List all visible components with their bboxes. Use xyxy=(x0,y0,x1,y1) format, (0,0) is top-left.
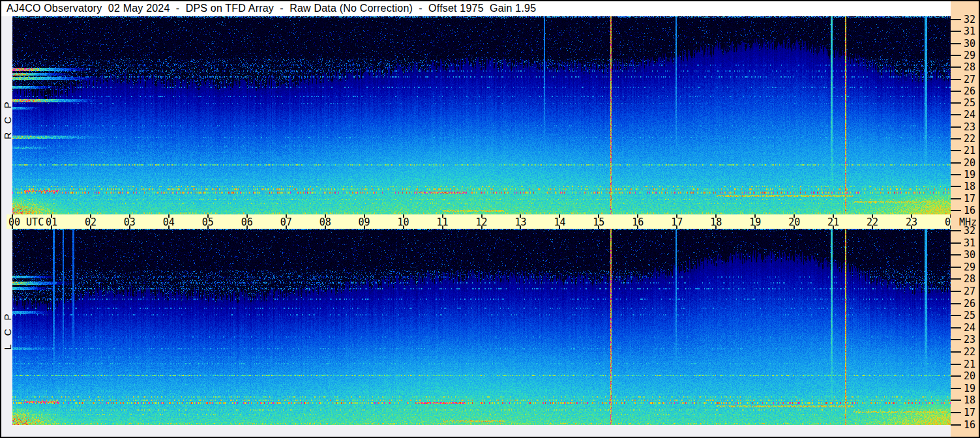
freq-tick xyxy=(951,19,961,20)
hour-label: 02 xyxy=(85,216,97,228)
freq-label: 30 xyxy=(964,249,975,261)
freq-tick xyxy=(951,174,961,175)
freq-label: 32 xyxy=(964,225,975,237)
freq-tick xyxy=(951,102,961,104)
freq-tick xyxy=(951,79,961,80)
freq-tick xyxy=(951,114,961,115)
freq-label: 30 xyxy=(964,38,975,50)
freq-tick xyxy=(951,351,961,353)
freq-label: 28 xyxy=(964,273,975,285)
hour-label: 04 xyxy=(163,216,175,228)
freq-tick xyxy=(951,400,961,401)
freq-label: 19 xyxy=(964,169,975,181)
hour-label: 10 xyxy=(398,216,409,228)
hour-label: 08 xyxy=(319,216,331,228)
freq-tick xyxy=(951,327,961,328)
freq-tick xyxy=(951,375,961,377)
hour-label: 19 xyxy=(749,216,761,228)
freq-label: 19 xyxy=(964,383,975,394)
freq-tick xyxy=(951,126,961,128)
hour-label: 06 xyxy=(241,216,253,228)
freq-label: 25 xyxy=(964,97,975,109)
freq-tick xyxy=(951,424,961,426)
freq-label: 17 xyxy=(964,193,975,205)
freq-tick xyxy=(951,198,961,199)
freq-label: 26 xyxy=(964,85,975,97)
hour-label: 21 xyxy=(827,216,839,228)
freq-tick xyxy=(951,43,961,44)
freq-tick xyxy=(951,364,961,365)
freq-label: 21 xyxy=(964,358,975,370)
freq-label: 18 xyxy=(964,394,975,406)
freq-tick xyxy=(951,66,961,68)
lcp-spectrogram xyxy=(12,229,951,425)
freq-label: 31 xyxy=(964,237,975,249)
bottom-margin xyxy=(1,425,951,437)
hour-label: 09 xyxy=(359,216,370,228)
rcp-polarization-label: RCP xyxy=(2,78,13,156)
hour-label: 14 xyxy=(554,216,565,228)
freq-tick xyxy=(951,162,961,164)
hour-label: 22 xyxy=(867,216,878,228)
freq-tick xyxy=(951,339,961,340)
freq-label: 22 xyxy=(964,346,975,358)
freq-tick xyxy=(951,91,961,92)
freq-tick xyxy=(951,291,961,292)
freq-tick xyxy=(951,412,961,413)
frequency-scale: MHz 323130292827262524232221201918171632… xyxy=(951,1,979,437)
freq-tick xyxy=(951,242,961,244)
time-axis: 00 UTC0102030405060708091011121314151617… xyxy=(7,214,951,229)
title-bar: AJ4CO Observatory 02 May 2024 - DPS on T… xyxy=(1,1,951,16)
freq-label: 17 xyxy=(964,407,975,418)
hour-label: 05 xyxy=(202,216,214,228)
rcp-spectrogram xyxy=(12,16,951,214)
freq-label: 29 xyxy=(964,50,975,61)
hour-label: 00 UTC xyxy=(8,216,44,228)
freq-tick xyxy=(951,230,961,231)
freq-tick xyxy=(951,303,961,304)
freq-label: 27 xyxy=(964,74,975,85)
freq-tick xyxy=(951,55,961,56)
freq-tick xyxy=(951,388,961,389)
title-text: AJ4CO Observatory 02 May 2024 - DPS on T… xyxy=(7,3,536,14)
freq-label: 32 xyxy=(964,14,975,25)
freq-tick xyxy=(951,315,961,316)
freq-label: 20 xyxy=(964,370,975,382)
freq-label: 24 xyxy=(964,322,975,334)
freq-tick xyxy=(951,278,961,280)
hour-label: 11 xyxy=(437,216,449,228)
freq-tick xyxy=(951,138,961,139)
lcp-polarization-label: LCP xyxy=(2,289,13,367)
freq-label: 24 xyxy=(964,109,975,121)
freq-tick xyxy=(951,254,961,256)
freq-label: 26 xyxy=(964,298,975,310)
freq-tick xyxy=(951,31,961,32)
hour-label: 13 xyxy=(514,216,526,228)
hour-label: 03 xyxy=(124,216,136,228)
freq-label: 22 xyxy=(964,133,975,145)
freq-label: 29 xyxy=(964,261,975,273)
hour-label: 20 xyxy=(788,216,800,228)
hour-label: 07 xyxy=(280,216,292,228)
freq-tick xyxy=(951,267,961,268)
spectrograph-display: AJ4CO Observatory 02 May 2024 - DPS on T… xyxy=(0,0,980,438)
freq-label: 16 xyxy=(964,205,975,216)
hour-label: 12 xyxy=(475,216,487,228)
freq-label: 27 xyxy=(964,285,975,297)
freq-label: 18 xyxy=(964,181,975,192)
freq-label: 21 xyxy=(964,145,975,156)
freq-tick xyxy=(951,150,961,151)
freq-tick xyxy=(951,210,961,211)
hour-label: 15 xyxy=(593,216,604,228)
hour-label: 18 xyxy=(710,216,722,228)
hour-label: 16 xyxy=(632,216,644,228)
hour-label: 23 xyxy=(906,216,917,228)
hour-label: 17 xyxy=(671,216,683,228)
hour-label: 01 xyxy=(46,216,57,228)
freq-tick xyxy=(951,186,961,187)
freq-label: 16 xyxy=(964,419,975,431)
freq-label: 23 xyxy=(964,334,975,345)
freq-label: 31 xyxy=(964,25,975,37)
freq-label: 23 xyxy=(964,121,975,133)
freq-label: 25 xyxy=(964,310,975,321)
